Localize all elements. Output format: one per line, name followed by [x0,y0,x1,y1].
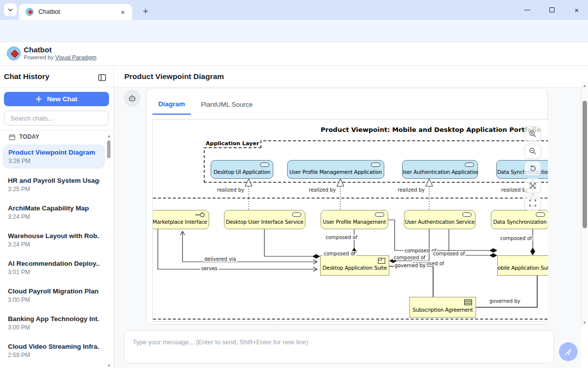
node-desktop-user-interface-service[interactable]: Desktop User Interface Service [224,210,305,229]
edge-label-governed-by: governed by [394,263,427,268]
browser-toolbar: ai-toolbox.visual-paradigm.com/app/chatb… [0,20,588,42]
product-icon [378,258,385,265]
edge-label-realized-by: realized by [397,187,426,193]
edge-label-composed-of: composed of [325,235,358,240]
scroll-down-icon[interactable]: ▼ [583,321,587,325]
send-button[interactable] [559,342,578,361]
page: Chatbot × + × ai-toolbox.visual-paradigm… [0,0,588,368]
application-service-icon [462,212,472,217]
scrollbar-thumb[interactable] [107,140,110,158]
chat-content: Diagram PlantUML Source Product Viewpoin… [114,87,581,368]
zoom-reset-button[interactable] [524,161,541,176]
chat-item[interactable]: HR and Payroll System Usage 3:25 PM [3,173,105,197]
diagram-zoom-controls [524,126,541,210]
diagram-card: Diagram PlantUML Source Product Viewpoin… [146,88,548,325]
node-user-profile-management[interactable]: User Profile Management [321,210,388,229]
window-close-button[interactable]: × [571,4,582,15]
node-desktop-application-suite[interactable]: Desktop Application Suite [320,255,389,276]
chat-item[interactable]: Cloud Payroll Migration Plan 3:00 PM [3,284,105,308]
edge-label-composed-of: composed of [323,251,356,256]
tab-plantuml-source[interactable]: PlantUML Source [195,97,258,115]
main-title-bar: Product Viewpoint Diagram [114,66,581,87]
window-maximize-button[interactable] [547,4,557,15]
visual-paradigm-logo [7,46,21,60]
visual-paradigm-link[interactable]: Visual Paradigm [55,54,97,60]
application-service-icon [536,212,545,217]
zoom-out-button[interactable] [524,144,541,159]
node-user-authentication-service[interactable]: User Authentication Service [404,210,476,229]
main-scrollbar[interactable]: ▲ ▼ [581,82,588,327]
edge-label-composed-of: composed of [499,236,533,241]
chat-item[interactable]: Product Viewpoint Diagram 3:26 PM [3,145,105,168]
bot-avatar-icon [124,90,141,107]
calendar-icon [9,134,15,140]
node-marketplace-interface[interactable]: Marketplace Interface [152,210,209,229]
node-desktop-ui-application[interactable]: Desktop UI Application [211,160,273,179]
edge-label-delivered-via: delivered via [203,256,237,262]
site-favicon [26,8,34,16]
edge-label-realized-by: realized by [308,187,337,193]
sidebar-scrollbar[interactable]: ▲ ▼ [107,134,111,368]
node-user-profile-management-application[interactable]: User Profile Management Application [287,160,384,179]
browser-tab[interactable]: Chatbot × [19,4,132,20]
scroll-up-icon[interactable]: ▲ [583,84,587,88]
application-component-icon [371,163,380,167]
scrollbar-thumb[interactable] [583,101,587,228]
tab-bar: Diagram PlantUML Source [152,97,258,115]
node-data-synchronization-service[interactable]: Data Synchronization [491,210,548,229]
message-composer [124,330,554,364]
tab-search-chevron-icon[interactable] [4,3,17,16]
tab-diagram[interactable]: Diagram [152,97,191,115]
edge-label-serves: serves [200,266,219,271]
chat-item[interactable]: Warehouse Layout with Rob... 3:24 PM [3,229,105,252]
node-subscription-agreement[interactable]: Subscription Agreement [409,297,476,318]
contract-icon [464,299,472,306]
node-user-authentication-application[interactable]: User Authentication Application [402,160,478,179]
application-service-icon [292,212,301,217]
fullscreen-button[interactable] [524,196,541,210]
today-section-header: TODAY [9,133,39,140]
scroll-up-icon[interactable]: ▲ [107,134,111,138]
chat-item[interactable]: ArchiMate Capability Map 3:24 PM [3,201,105,225]
sidebar-collapse-icon[interactable] [97,72,108,83]
chat-item[interactable]: Cloud Video Streaming Infra... 2:59 PM [3,339,105,363]
tab-close-icon[interactable]: × [118,7,127,16]
sidebar: Chat History New Chat TODAY Product View… [0,66,114,368]
scroll-down-icon[interactable]: ▼ [107,364,111,368]
edge-label-composed-of: composed of [393,255,426,260]
app-header: Chatbot Powered by Visual Paradigm More … [0,42,588,66]
app-title: Chatbot [24,45,52,54]
edge-label-composed-of: composed of [432,251,466,256]
edge-label-governed-by: governed by [488,298,521,304]
send-plane-icon [564,348,572,356]
flow-edges [158,229,317,272]
diagram-viewport[interactable]: Product Viewpoint: Mobile and Desktop Ap… [152,119,548,322]
search-input[interactable] [4,111,109,125]
pan-move-button[interactable] [524,178,541,193]
zoom-in-button[interactable] [524,126,541,141]
window-minimize-button[interactable] [522,4,533,15]
application-service-icon [375,212,384,217]
edge-label-realized-by: realized by [216,187,245,193]
node-mobile-application-suite[interactable]: Mobile Application Suite [497,255,548,276]
plus-icon [36,96,42,102]
powered-by: Powered by Visual Paradigm [24,54,96,60]
tab-title: Chatbot [38,8,118,15]
realization-arrowheads [245,179,536,186]
application-component-icon [465,163,474,167]
sidebar-title: Chat History [4,72,49,81]
message-input[interactable] [125,330,553,363]
application-component-icon [260,163,269,167]
chat-item[interactable]: Banking App Technology Int... 3:00 PM [3,312,105,335]
new-chat-button[interactable]: New Chat [4,92,109,106]
chat-item[interactable]: AI Recommendation Deploy... 3:01 PM [3,256,105,280]
divider [0,130,113,130]
browser-titlebar: Chatbot × + × [0,0,588,20]
page-title: Product Viewpoint Diagram [124,72,224,81]
interface-icon [195,212,205,218]
new-tab-button[interactable]: + [139,5,152,18]
divider [0,87,113,88]
